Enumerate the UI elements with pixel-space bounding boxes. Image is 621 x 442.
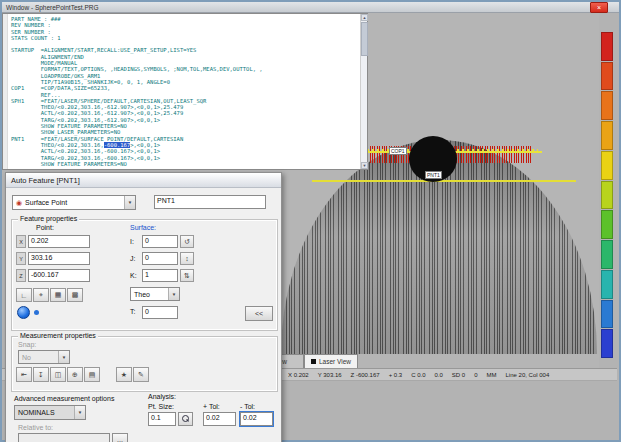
app-window: Window - SpherePointTest.PRG × COP1 PNT1… — [0, 0, 621, 442]
relative-to-label: Relative to: — [18, 424, 53, 431]
status-item: C 0.0 — [411, 372, 425, 378]
x-field[interactable]: 0.202 — [28, 235, 90, 248]
chevron-down-icon[interactable]: ▼ — [124, 196, 135, 209]
pt-size-field[interactable]: 0.1 — [148, 412, 176, 426]
status-item: + 0.3 — [389, 372, 403, 378]
scale-segment — [601, 151, 613, 180]
status-item: 0 — [474, 372, 477, 378]
nominals-combo[interactable]: NOMINALS ▼ — [14, 405, 86, 420]
scale-segment — [601, 240, 613, 269]
feature-properties-group: Feature properties Point: Surface: X 0.2… — [11, 219, 278, 331]
code-lines[interactable]: PART NAME : ###REV NUMBER : SER NUMBER :… — [8, 14, 360, 169]
code-line: SHOW FEATURE PARAMETERS=NO — [11, 161, 359, 167]
point-indicator-icon — [34, 310, 39, 315]
k-label: K: — [130, 272, 137, 279]
i-vector-button[interactable]: ↺ — [180, 235, 194, 248]
magnifier-icon — [182, 415, 190, 423]
deviation-color-scale — [601, 32, 613, 358]
z-field[interactable]: -600.167 — [28, 269, 90, 282]
close-button[interactable]: × — [590, 2, 608, 13]
scrollbar-thumb[interactable] — [361, 22, 368, 56]
snap-value: No — [22, 354, 31, 361]
y-axis-button[interactable]: Y — [16, 252, 26, 265]
i-field[interactable]: 0 — [142, 235, 178, 248]
scrollbar-up-button[interactable]: ▲ — [361, 14, 368, 21]
measurement-properties-label: Measurement properties — [18, 332, 98, 339]
status-item: Y 303.16 — [318, 372, 342, 378]
t-field[interactable]: 0 — [142, 306, 178, 319]
dialog-title: Auto Feature [PNT1] — [11, 176, 80, 185]
plus-tol-field[interactable]: 0.02 — [203, 412, 236, 426]
analysis-label: Analysis: — [148, 393, 176, 400]
scan-direction-button[interactable]: ⇤ — [16, 367, 32, 382]
k-vector-button[interactable]: ⇅ — [180, 269, 194, 282]
surface-link[interactable]: Surface: — [130, 224, 156, 231]
snap-chevron-down-icon[interactable]: ▼ — [58, 351, 69, 363]
nominals-value: NOMINALS — [18, 409, 55, 416]
pattern-button[interactable]: ▩ — [67, 288, 83, 302]
snap-label: Snap: — [18, 341, 36, 348]
scale-segment — [601, 62, 613, 91]
auto-feature-dialog: Auto Feature [PNT1] ◉ Surface Point ▼ PN… — [5, 172, 282, 442]
scrollbar-down-button[interactable]: ▼ — [361, 162, 368, 169]
editor-scrollbar[interactable]: ▲ ▼ — [360, 14, 367, 169]
tab-laser-view[interactable]: Laser View — [304, 354, 358, 368]
target-button[interactable]: ⌖ — [33, 288, 49, 302]
z-axis-button[interactable]: Z — [16, 269, 26, 282]
clipping-box-button[interactable]: ◫ — [50, 367, 66, 382]
feature-type-value: Surface Point — [25, 199, 67, 206]
scale-segment — [601, 300, 613, 329]
depth-button[interactable]: ↧ — [33, 367, 49, 382]
feature-type-combo[interactable]: ◉ Surface Point ▼ — [12, 195, 136, 210]
nominals-chevron-down-icon[interactable]: ▼ — [74, 406, 85, 419]
j-field[interactable]: 0 — [142, 252, 178, 265]
surface-point-icon: ◉ — [16, 199, 22, 207]
dialog-titlebar[interactable]: Auto Feature [PNT1] — [6, 173, 281, 188]
yellow-profile-line-2 — [312, 180, 576, 182]
k-field[interactable]: 1 — [142, 269, 178, 282]
x-axis-button[interactable]: X — [16, 235, 26, 248]
feature-name-input[interactable]: PNT1 — [154, 195, 266, 209]
scale-segment — [601, 32, 613, 61]
theo-chevron-down-icon[interactable]: ▼ — [168, 288, 179, 300]
code-editor[interactable]: PART NAME : ###REV NUMBER : SER NUMBER :… — [2, 13, 368, 170]
point-label: Point: — [36, 224, 54, 231]
advanced-options-label: Advanced measurement options — [14, 395, 114, 402]
collapse-button[interactable]: << — [245, 306, 273, 321]
t-label: T: — [130, 308, 135, 315]
grid-button[interactable]: ▦ — [50, 288, 66, 302]
measure-now-button[interactable] — [17, 306, 30, 319]
titlebar: Window - SpherePointTest.PRG — [2, 2, 619, 13]
add-zone-button[interactable]: ⊕ — [67, 367, 83, 382]
theo-value: Theo — [134, 291, 150, 298]
theo-combo[interactable]: Theo ▼ — [130, 287, 180, 301]
pnt1-feature-label: PNT1 — [425, 171, 442, 179]
window-title: Window - SpherePointTest.PRG — [6, 4, 98, 11]
feature-properties-label: Feature properties — [18, 215, 79, 222]
magnifier-button[interactable] — [178, 412, 193, 426]
scale-segment — [601, 270, 613, 299]
selected-text: -600.167 — [104, 142, 131, 148]
relative-to-field[interactable] — [18, 433, 110, 442]
y-field[interactable]: 303.16 — [28, 252, 90, 265]
snap-combo[interactable]: No ▼ — [18, 350, 70, 364]
status-item: X 0.202 — [288, 372, 309, 378]
j-label: J: — [130, 255, 135, 262]
status-item: Z -600.167 — [351, 372, 380, 378]
j-vector-button[interactable]: ↕ — [180, 252, 194, 265]
browse-button[interactable]: ... — [112, 433, 128, 442]
filter-button[interactable]: ▤ — [84, 367, 100, 382]
favorites-button[interactable]: ★ — [116, 367, 132, 382]
scale-segment — [601, 181, 613, 210]
status-item: MM — [487, 372, 497, 378]
minus-tol-label: - Tol: — [240, 403, 255, 410]
minus-tol-field[interactable]: 0.02 — [240, 412, 273, 426]
laser-view-icon — [311, 359, 316, 364]
angle-snap-button[interactable]: ∟ — [16, 288, 32, 302]
measurement-properties-group: Measurement properties Snap: No ▼ ⇤ ↧ ◫ … — [11, 336, 278, 392]
plus-tol-label: + Tol: — [203, 403, 220, 410]
i-label: I: — [130, 238, 134, 245]
edit-button[interactable]: ✎ — [133, 367, 149, 382]
scale-segment — [601, 210, 613, 239]
pt-size-label: Pt. Size: — [148, 403, 174, 410]
